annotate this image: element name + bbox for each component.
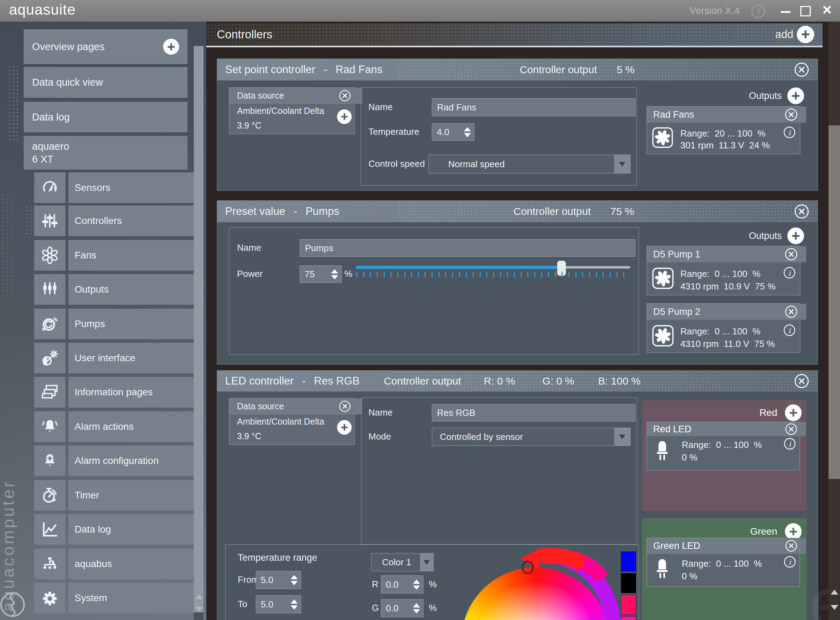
- add-data-source-icon[interactable]: +: [337, 420, 352, 435]
- color-swatch[interactable]: [621, 594, 636, 615]
- spin-up-icon[interactable]: [291, 599, 298, 603]
- spin-down-icon[interactable]: [464, 133, 471, 137]
- close-panel-icon[interactable]: [794, 373, 809, 389]
- sidebar-item-alarm-configuration[interactable]: Alarm configuration: [68, 445, 194, 476]
- close-icon[interactable]: ✕: [822, 3, 832, 17]
- spin-down-icon[interactable]: [413, 585, 420, 590]
- color-preset-dropdown[interactable]: Color 1: [371, 553, 434, 571]
- add-output-icon[interactable]: +: [787, 87, 804, 104]
- info-icon[interactable]: [783, 266, 796, 279]
- remove-output-icon[interactable]: [784, 305, 798, 318]
- temperature-stepper[interactable]: 4.0: [432, 123, 474, 141]
- user-interface-icon-tile[interactable]: [34, 343, 66, 373]
- remove-data-source-icon[interactable]: [339, 90, 351, 102]
- remove-output-icon[interactable]: [785, 423, 798, 435]
- remove-data-source-icon[interactable]: [339, 400, 351, 412]
- sidebar-item-information-pages[interactable]: Information pages: [68, 377, 194, 408]
- outputs-icon-tile[interactable]: [34, 274, 66, 305]
- sidebar-item-aquaero-6xt[interactable]: aquaero 6 XT: [24, 136, 187, 170]
- from-stepper[interactable]: 5.0: [256, 571, 301, 589]
- sensors-icon-tile[interactable]: [34, 172, 66, 203]
- sidebar-item-alarm-actions[interactable]: Alarm actions: [68, 411, 194, 442]
- spin-up-icon[interactable]: [291, 575, 298, 579]
- sidebar-item-data-quick-view[interactable]: Data quick view: [24, 67, 187, 98]
- color-swatch[interactable]: [621, 551, 636, 572]
- sidebar-item-sensors[interactable]: Sensors: [68, 172, 194, 203]
- output-card-d5-pump-2[interactable]: D5 Pump 2 Range: 0 ... 100 % 4310 rpm 11…: [647, 303, 800, 353]
- output-card-rad-fans[interactable]: Rad Fans Range: 20 ... 100 % 301 rpm 11.…: [647, 106, 800, 154]
- mode-dropdown[interactable]: Controlled by sensor: [432, 428, 630, 446]
- sidebar-scrollbar-thumb[interactable]: [194, 46, 204, 612]
- power-stepper[interactable]: 75: [300, 265, 342, 283]
- maximize-icon[interactable]: [800, 6, 811, 17]
- to-stepper[interactable]: 5.0: [256, 595, 301, 613]
- spin-down-icon[interactable]: [413, 609, 420, 613]
- dropdown-arrow-icon[interactable]: [614, 428, 630, 445]
- sidebar-item-controllers[interactable]: Controllers: [68, 206, 194, 236]
- sidebar-item-data-log[interactable]: Data log: [24, 102, 187, 132]
- add-controller-label[interactable]: add: [775, 23, 793, 46]
- info-icon[interactable]: [784, 438, 796, 450]
- red-channel-stepper[interactable]: 0.0: [381, 575, 424, 593]
- data-log-icon-tile[interactable]: [34, 514, 66, 545]
- system-icon-tile[interactable]: [34, 583, 66, 613]
- spin-down-icon[interactable]: [291, 605, 298, 609]
- data-source-box[interactable]: Data source Ambient/Coolant Delta 3.9 °C…: [229, 398, 355, 445]
- add-controller-icon[interactable]: +: [797, 26, 814, 43]
- spin-down-icon[interactable]: [291, 581, 298, 585]
- add-green-output-icon[interactable]: +: [785, 523, 802, 540]
- add-data-source-icon[interactable]: +: [337, 109, 352, 124]
- main-scrollbar-thumb[interactable]: [828, 125, 840, 479]
- output-card-red-led[interactable]: Red LED Range: 0 ... 100 % 0 %: [647, 422, 800, 470]
- remove-output-icon[interactable]: [785, 540, 798, 552]
- output-card-d5-pump-1[interactable]: D5 Pump 1 Range: 0 ... 100 % 4310 rpm 10…: [647, 246, 800, 295]
- sidebar-item-pumps[interactable]: Pumps: [68, 308, 194, 339]
- info-icon[interactable]: [783, 324, 796, 337]
- name-input[interactable]: Pumps: [300, 239, 635, 257]
- sidebar-item-timer[interactable]: Timer: [68, 480, 194, 511]
- spin-down-icon[interactable]: [331, 275, 338, 279]
- output-card-green-led[interactable]: Green LED Range: 0 ... 100 % 0 %: [647, 538, 800, 587]
- sidebar-item-fans[interactable]: Fans: [68, 240, 194, 271]
- sidebar-item-device-data-log[interactable]: Data log: [68, 514, 194, 545]
- color-swatch[interactable]: [621, 573, 636, 593]
- info-icon[interactable]: [784, 555, 796, 568]
- spin-up-icon[interactable]: [331, 269, 338, 274]
- color-swatch[interactable]: [621, 616, 636, 620]
- scroll-up-icon[interactable]: [195, 594, 203, 599]
- power-slider-track[interactable]: [562, 266, 630, 269]
- sidebar-item-overview-pages[interactable]: Overview pages +: [24, 29, 187, 64]
- add-red-output-icon[interactable]: +: [785, 405, 802, 421]
- pumps-icon-tile[interactable]: [34, 308, 66, 339]
- name-input[interactable]: Res RGB: [432, 404, 635, 421]
- scroll-down-icon[interactable]: [195, 607, 203, 612]
- aquabus-icon-tile[interactable]: [34, 549, 66, 579]
- info-icon[interactable]: i: [751, 5, 765, 18]
- close-panel-icon[interactable]: [794, 62, 809, 77]
- dropdown-arrow-icon[interactable]: [614, 155, 630, 173]
- scroll-down-icon[interactable]: [831, 605, 838, 610]
- spin-up-icon[interactable]: [413, 579, 420, 584]
- add-output-icon[interactable]: +: [787, 227, 804, 244]
- spin-up-icon[interactable]: [413, 603, 420, 608]
- sidebar-item-user-interface[interactable]: User interface: [68, 343, 194, 373]
- dropdown-arrow-icon[interactable]: [420, 554, 433, 571]
- alarm-configuration-icon-tile[interactable]: [34, 445, 66, 476]
- control-speed-dropdown[interactable]: Normal speed: [428, 155, 630, 173]
- timer-icon-tile[interactable]: [34, 480, 66, 511]
- name-input[interactable]: Rad Fans: [432, 98, 635, 116]
- information-pages-icon-tile[interactable]: [34, 377, 66, 408]
- controllers-icon-tile[interactable]: [34, 206, 66, 236]
- add-overview-page-icon[interactable]: +: [163, 39, 179, 55]
- info-icon[interactable]: [783, 126, 796, 138]
- remove-output-icon[interactable]: [784, 108, 798, 121]
- alarm-actions-icon-tile[interactable]: [34, 411, 66, 442]
- scroll-up-icon[interactable]: [831, 590, 838, 594]
- spin-up-icon[interactable]: [464, 127, 471, 131]
- close-panel-icon[interactable]: [794, 204, 809, 219]
- green-channel-stepper[interactable]: 0.0: [381, 599, 424, 617]
- remove-output-icon[interactable]: [784, 248, 798, 261]
- fans-icon-tile[interactable]: [34, 240, 66, 271]
- sidebar-item-aquabus[interactable]: aquabus: [68, 549, 194, 579]
- sidebar-item-outputs[interactable]: Outputs: [68, 274, 194, 305]
